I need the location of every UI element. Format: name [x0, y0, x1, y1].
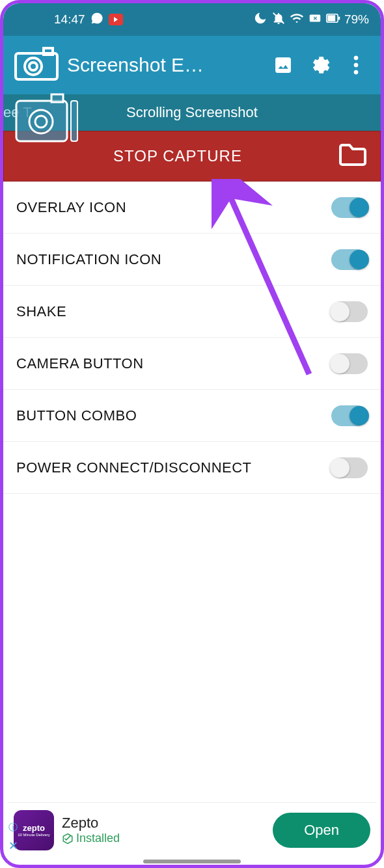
svg-rect-4 [327, 15, 335, 21]
ad-open-button[interactable]: Open [273, 813, 370, 848]
setting-label: POWER CONNECT/DISCONNECT [16, 459, 331, 476]
battery-icon [326, 11, 340, 29]
svg-point-8 [25, 58, 42, 75]
more-menu-button[interactable] [342, 51, 370, 79]
svg-rect-5 [338, 16, 340, 20]
setting-label: BUTTON COMBO [16, 407, 331, 424]
svg-point-9 [29, 62, 37, 70]
folder-button[interactable] [338, 143, 367, 169]
setting-row[interactable]: NOTIFICATION ICON [3, 234, 381, 286]
setting-toggle[interactable] [331, 353, 368, 374]
setting-label: NOTIFICATION ICON [16, 251, 331, 268]
setting-label: OVERLAY ICON [16, 199, 331, 216]
setting-row[interactable]: CAMERA BUTTON [3, 338, 381, 390]
ad-banner[interactable]: ⓘ ✕ zepto 10 Minute Delivery Zepto Insta… [7, 802, 377, 857]
home-indicator[interactable] [143, 860, 241, 863]
wifi-icon [290, 11, 304, 29]
dnd-moon-icon [253, 11, 267, 29]
camera-logo-icon [14, 46, 59, 85]
ad-info-icon[interactable]: ⓘ [8, 822, 18, 834]
signal-icon: ✕ [308, 11, 322, 29]
setting-label: CAMERA BUTTON [16, 355, 331, 372]
svg-rect-15 [51, 94, 63, 102]
svg-text:✕: ✕ [312, 15, 317, 21]
youtube-icon [109, 14, 123, 25]
settings-list: OVERLAY ICONNOTIFICATION ICONSHAKECAMERA… [3, 182, 381, 494]
floating-capture-widget[interactable] [15, 93, 80, 149]
ad-status: Installed [62, 832, 265, 845]
setting-row[interactable]: SHAKE [3, 286, 381, 338]
svg-rect-7 [44, 48, 53, 55]
app-bar: Screenshot E… [3, 36, 381, 94]
ad-tagline: 10 Minute Delivery [18, 833, 50, 837]
ad-app-icon: zepto 10 Minute Delivery [14, 810, 54, 850]
setting-row[interactable]: BUTTON COMBO [3, 390, 381, 442]
setting-row[interactable]: OVERLAY ICON [3, 182, 381, 234]
svg-rect-18 [71, 101, 77, 141]
setting-label: SHAKE [16, 303, 331, 320]
setting-toggle[interactable] [331, 197, 368, 218]
setting-row[interactable]: POWER CONNECT/DISCONNECT [3, 442, 381, 494]
setting-toggle[interactable] [331, 405, 368, 426]
status-time: 14:47 [54, 12, 85, 27]
battery-percent: 79% [344, 12, 369, 27]
svg-point-11 [354, 56, 358, 60]
setting-toggle[interactable] [331, 249, 368, 270]
stop-capture-button[interactable]: STOP CAPTURE [17, 147, 338, 165]
svg-point-12 [354, 63, 358, 67]
ad-close-icon[interactable]: ✕ [8, 839, 18, 853]
app-title: Screenshot E… [67, 54, 261, 76]
scrolling-screenshot-label: Scrolling Screenshot [126, 104, 258, 121]
svg-rect-10 [276, 58, 291, 73]
setting-toggle[interactable] [331, 301, 368, 322]
ad-brand: zepto [23, 823, 45, 833]
status-bar: 14:47 ✕ 79% [3, 3, 381, 36]
bell-off-icon [271, 11, 286, 29]
svg-point-13 [354, 70, 358, 74]
whatsapp-icon [90, 12, 103, 28]
setting-toggle[interactable] [331, 457, 368, 478]
ad-title: Zepto [62, 815, 265, 832]
svg-rect-14 [16, 101, 67, 141]
settings-button[interactable] [305, 51, 334, 79]
gallery-button[interactable] [269, 51, 297, 79]
